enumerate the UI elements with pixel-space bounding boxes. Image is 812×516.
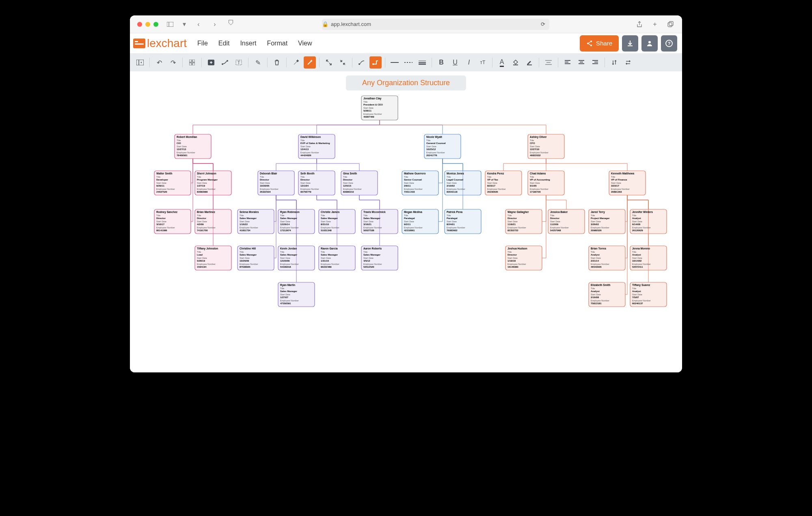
align-center-icon[interactable] [575, 56, 587, 69]
align-group-icon[interactable] [542, 56, 555, 69]
fill-color-icon[interactable] [510, 56, 522, 69]
org-node[interactable]: Seth BoothTitleDirectorStart Date12/1/04… [298, 171, 335, 195]
org-node[interactable]: Jessica BakerTitleDirectorStart Date11/2… [548, 209, 585, 234]
trash-icon[interactable] [271, 56, 283, 69]
pencil-icon[interactable]: ✎ [252, 56, 264, 69]
undo-icon[interactable]: ↶ [153, 56, 165, 69]
line-solid-icon[interactable] [389, 56, 401, 69]
border-color-icon[interactable] [523, 56, 536, 69]
elbow-line-icon[interactable] [369, 56, 382, 69]
shield-icon[interactable]: ⛉ [227, 19, 235, 28]
org-node[interactable]: Rodney SanchezTitleDirectorStart Date3/1… [154, 209, 191, 234]
add-box-icon[interactable] [205, 56, 217, 69]
org-node[interactable]: Megan MedinaTitleParalegalStart Date9/2/… [402, 209, 438, 234]
org-node[interactable]: Tiffany JohnstonTitleLeadStart Date5/28/… [195, 246, 231, 270]
italic-icon[interactable]: I [463, 56, 475, 69]
share-button[interactable]: Share [580, 35, 619, 52]
org-node[interactable]: Kevin JordanTitleSales ManagerStart Date… [278, 246, 315, 270]
bold-icon[interactable]: B [435, 56, 447, 69]
close-window-icon[interactable] [137, 22, 142, 27]
magic-wand-icon[interactable] [290, 56, 302, 69]
connector-icon[interactable] [219, 56, 231, 69]
new-tab-icon[interactable]: + [650, 20, 659, 29]
org-node[interactable]: Christie JamesTitleSales ManagerStart Da… [319, 209, 355, 234]
grid-icon[interactable] [186, 56, 198, 69]
org-node[interactable]: Ryan MartinTitleSales ManagerStart Date1… [278, 282, 315, 307]
org-node[interactable]: Kendra PerezTitleVP of TaxStart Date8/23… [485, 171, 522, 195]
redo-icon[interactable]: ↷ [167, 56, 179, 69]
svg-text:Employee Number: Employee Number [156, 226, 175, 229]
back-icon[interactable]: ‹ [194, 20, 203, 29]
org-node[interactable]: Jonathan ClayTitlePresident & CEOStart D… [361, 96, 398, 120]
org-node[interactable]: Jennifer WintersTitleAnalystStart Date6/… [630, 209, 667, 234]
org-node[interactable]: Christine HillTitleSales ManagerStart Da… [238, 246, 274, 270]
refresh-icon[interactable]: ⟳ [541, 21, 549, 27]
org-node[interactable]: Wayne GallagherTitleDirectorStart Date11… [505, 209, 542, 234]
org-node[interactable]: Monica JonesTitleLegal CounselStart Date… [445, 171, 481, 195]
org-node[interactable]: Raven GarciaTitleSales ManagerStart Date… [319, 246, 355, 270]
maximize-window-icon[interactable] [153, 22, 158, 27]
line-weight-icon[interactable] [416, 56, 428, 69]
text-box-icon[interactable]: T [233, 56, 245, 69]
menu-insert[interactable]: Insert [240, 40, 256, 47]
org-node[interactable]: Ashley OliverTitleCFOStart Date12/27/10E… [528, 134, 564, 159]
svg-text:16146083: 16146083 [508, 266, 518, 268]
org-node[interactable]: Elizabeth SmithTitleAnalystStart Date2/1… [589, 282, 625, 307]
sort-horizontal-icon[interactable] [622, 56, 634, 69]
org-node[interactable]: Patrick PenaTitleParalegalStart Date8/24… [445, 209, 481, 234]
svg-text:Start Date: Start Date [591, 220, 601, 223]
svg-text:Brian Martinez: Brian Martinez [197, 211, 216, 213]
org-node[interactable]: Kenneth MatthewsTitleVP of FinanceStart … [609, 171, 646, 195]
line-dashed-icon[interactable] [402, 56, 415, 69]
menu-view[interactable]: View [298, 40, 312, 47]
org-node[interactable]: Gina SmithTitleDirectorStart Date12/5/15… [341, 171, 378, 195]
logo[interactable]: lexchart [133, 37, 187, 50]
menu-file[interactable]: File [197, 40, 208, 47]
align-left-icon[interactable] [561, 56, 574, 69]
share-icon[interactable] [635, 20, 644, 29]
download-button[interactable] [622, 35, 638, 52]
svg-text:Jenna Moreno: Jenna Moreno [632, 247, 650, 250]
help-button[interactable]: ? [661, 35, 677, 52]
canvas[interactable]: Any Organization Structure Jonathan Clay… [130, 71, 682, 372]
sort-vertical-icon[interactable] [608, 56, 620, 69]
text-color-icon[interactable]: A [496, 56, 508, 69]
org-node[interactable]: Mathew GuerreroTitleSenior CounselStart … [402, 171, 438, 195]
org-node[interactable]: Walter SmithTitleDeveloperStart Date9/29… [154, 171, 191, 195]
auto-layout-icon[interactable] [304, 56, 316, 69]
user-button[interactable] [641, 35, 658, 52]
url-bar[interactable]: 🔒 app.lexchart.com ⟳ [322, 19, 549, 30]
underline-icon[interactable]: U [449, 56, 461, 69]
collapse-icon[interactable] [337, 56, 349, 69]
text-size-icon[interactable]: тT [477, 56, 489, 69]
org-node[interactable]: David WilkinsonTitleEVP of Sales & Marke… [298, 134, 335, 159]
org-node[interactable]: Sherri JohnsonTitleProgram ManagerStart … [195, 171, 231, 195]
tabs-icon[interactable] [666, 20, 675, 29]
svg-text:12/4/13: 12/4/13 [300, 148, 309, 150]
panel-toggle-icon[interactable] [134, 56, 146, 69]
org-node[interactable]: Brian TorresTitleAnalystStart Date2/21/1… [589, 246, 625, 270]
org-node[interactable]: Ryan RobinsonTitleSales ManagerStart Dat… [278, 209, 315, 234]
org-node[interactable]: Joshua HudsonTitleDirectorStart Date1/19… [505, 246, 542, 270]
sidebar-toggle-icon[interactable] [166, 20, 175, 29]
chevron-down-icon[interactable]: ▾ [182, 20, 187, 29]
curve-line-icon[interactable] [356, 56, 368, 69]
org-node[interactable]: Robert McmillanTitleCIOStart Date12/27/1… [175, 134, 211, 159]
org-node[interactable]: Nicole WyattTitleGeneral CounselStart Da… [424, 134, 461, 159]
expand-icon[interactable] [323, 56, 335, 69]
svg-text:Title: Title [447, 214, 451, 217]
menu-edit[interactable]: Edit [218, 40, 230, 47]
org-node[interactable]: Travis MccormickTitleSales ManagerStart … [361, 209, 398, 234]
menu-format[interactable]: Format [267, 40, 287, 47]
align-right-icon[interactable] [589, 56, 601, 69]
minimize-window-icon[interactable] [145, 22, 150, 27]
org-node[interactable]: Aaron RobertsTitleSales ManagerStart Dat… [361, 246, 398, 270]
org-node[interactable]: Tiffany SuarezTitleAnalystStart Date7/5/… [630, 282, 667, 307]
org-node[interactable]: Chad AdamsTitleVP of AccountingStart Dat… [528, 171, 564, 195]
forward-icon[interactable]: › [210, 20, 219, 29]
org-node[interactable]: Jared TerryTitleProject ManagerStart Dat… [589, 209, 625, 234]
org-node[interactable]: Jenna MorenoTitleAnalystStart Date10/14/… [630, 246, 667, 270]
org-node[interactable]: Selena MoralesTitleSales ManagerStart Da… [238, 209, 274, 234]
org-node[interactable]: Deborah BlairTitleDirectorStart Date10/3… [258, 171, 294, 195]
org-node[interactable]: Brian MartinezTitleDirectorStart Date4/2… [195, 209, 231, 234]
